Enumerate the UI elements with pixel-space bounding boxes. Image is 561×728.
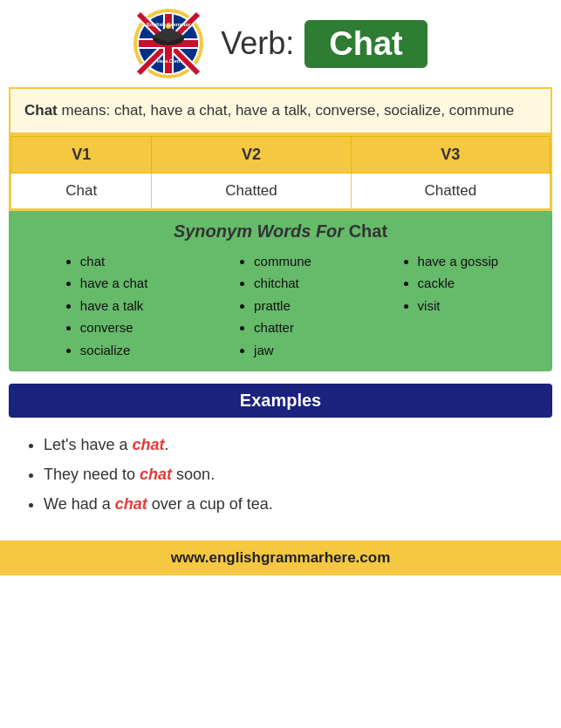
examples-list: Let's have a chat. They need to chat soo… xyxy=(0,418,561,532)
example-highlight-0: chat xyxy=(133,436,165,453)
examples-header: Examples xyxy=(9,384,552,418)
list-item: We had a chat over a cup of tea. xyxy=(44,489,544,519)
means-text: Chat means: chat, have a chat, have a ta… xyxy=(24,102,514,119)
cell-v3: Chatted xyxy=(351,173,550,208)
synonym-title-word: Chat xyxy=(349,221,387,241)
verb-word: Chat xyxy=(304,20,427,68)
col-header-v2: V2 xyxy=(152,136,351,173)
svg-text:Here.Com: Here.Com xyxy=(157,58,180,64)
example-after-0: . xyxy=(165,436,169,453)
list-item: chatter xyxy=(254,316,311,339)
list-item: chitchat xyxy=(254,272,311,295)
verb-table-container: V1 V2 V3 Chat Chatted Chatted xyxy=(9,134,552,211)
cell-v2: Chatted xyxy=(152,173,351,208)
list-item: jaw xyxy=(254,339,311,362)
verb-label: Verb: xyxy=(221,25,294,62)
example-before-1: They need to xyxy=(44,466,140,483)
example-highlight-1: chat xyxy=(140,466,172,483)
example-highlight-2: chat xyxy=(115,495,147,513)
header-section: English Grammar Here.Com Verb: Chat xyxy=(0,0,561,87)
synonym-col-1: chat have a chat have a talk converse so… xyxy=(63,250,148,362)
list-item: have a chat xyxy=(80,272,148,295)
list-item: socialize xyxy=(80,339,148,362)
list-item: chat xyxy=(80,250,148,273)
means-bold-word: Chat xyxy=(24,102,58,119)
list-item: They need to chat soon. xyxy=(44,459,544,489)
list-item: visit xyxy=(418,295,499,317)
synonym-columns: chat have a chat have a talk converse so… xyxy=(23,250,538,362)
means-section: Chat means: chat, have a chat, have a ta… xyxy=(9,87,552,134)
col-header-v3: V3 xyxy=(351,136,550,173)
table-row: Chat Chatted Chatted xyxy=(11,173,551,208)
header-title: Verb: Chat xyxy=(221,20,428,68)
col-header-v1: V1 xyxy=(11,136,152,173)
svg-text:English Grammar: English Grammar xyxy=(147,22,191,27)
list-item: have a talk xyxy=(80,295,148,317)
example-before-2: We had a xyxy=(44,495,115,513)
footer-url: www.englishgrammarhere.com xyxy=(171,549,391,566)
verb-table: V1 V2 V3 Chat Chatted Chatted xyxy=(10,136,551,209)
synonym-title: Synonym Words For Chat xyxy=(23,221,538,242)
example-after-2: over a cup of tea. xyxy=(147,495,273,513)
footer: www.englishgrammarhere.com xyxy=(0,541,561,575)
list-item: converse xyxy=(80,316,148,339)
example-after-1: soon. xyxy=(172,466,215,483)
logo: English Grammar Here.Com xyxy=(133,9,203,78)
synonym-section: Synonym Words For Chat chat have a chat … xyxy=(9,211,552,372)
synonym-title-prefix: Synonym Words For xyxy=(174,221,349,241)
synonym-col-2: commune chitchat prattle chatter jaw xyxy=(236,250,311,362)
cell-v1: Chat xyxy=(11,173,152,208)
list-item: commune xyxy=(254,250,311,273)
means-body: means: chat, have a chat, have a talk, c… xyxy=(58,102,515,119)
synonym-col-3: have a gossip cackle visit xyxy=(400,250,499,362)
list-item: cackle xyxy=(418,272,499,295)
list-item: Let's have a chat. xyxy=(44,430,544,459)
example-before-0: Let's have a xyxy=(44,436,133,453)
list-item: have a gossip xyxy=(418,250,499,273)
list-item: prattle xyxy=(254,295,311,317)
